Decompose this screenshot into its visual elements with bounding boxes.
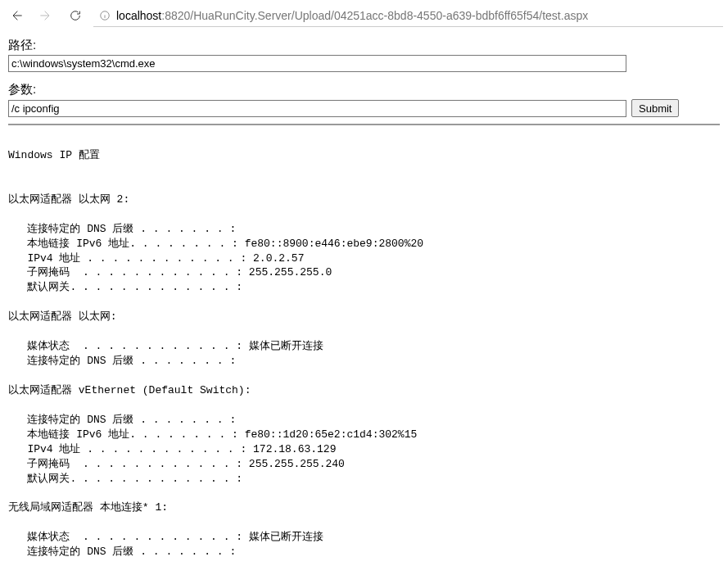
refresh-icon (69, 9, 82, 22)
page-content: 路径: 参数: Submit Windows IP 配置 以太网适配器 以太网 … (0, 31, 728, 566)
arrow-left-icon (10, 9, 23, 22)
args-label: 参数: (8, 82, 720, 97)
command-output: Windows IP 配置 以太网适配器 以太网 2: 连接特定的 DNS 后缀… (8, 134, 720, 566)
divider (8, 124, 720, 125)
submit-button[interactable]: Submit (631, 99, 679, 117)
url-path: :8820/HuaRunCity.Server/Upload/04251acc-… (161, 9, 588, 22)
site-info-icon[interactable] (98, 9, 111, 22)
args-input[interactable] (8, 100, 626, 117)
url-host: localhost (116, 9, 161, 22)
forward-button (34, 4, 57, 27)
address-bar[interactable]: localhost:8820/HuaRunCity.Server/Upload/… (93, 4, 723, 27)
browser-nav-bar: localhost:8820/HuaRunCity.Server/Upload/… (0, 0, 728, 31)
path-input[interactable] (8, 55, 626, 72)
refresh-button[interactable] (64, 4, 87, 27)
path-label: 路径: (8, 38, 720, 53)
url-display: localhost:8820/HuaRunCity.Server/Upload/… (116, 9, 588, 22)
back-button[interactable] (5, 4, 28, 27)
arrow-right-icon (39, 9, 52, 22)
